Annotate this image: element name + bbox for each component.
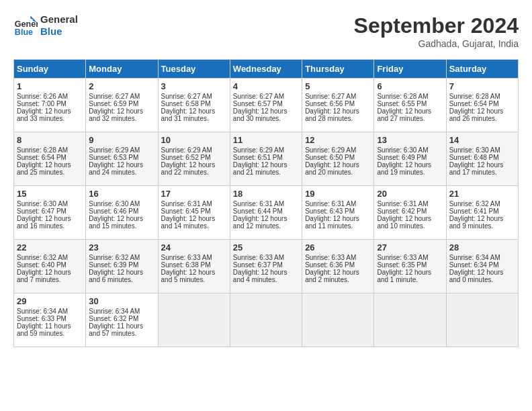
day-info: Daylight: 12 hours	[161, 215, 227, 222]
header-day-saturday: Saturday	[446, 60, 518, 79]
day-info: Sunrise: 6:32 AM	[89, 254, 154, 261]
day-number: 10	[161, 135, 227, 145]
day-info: Sunrise: 6:27 AM	[233, 93, 299, 100]
day-info: Sunrise: 6:32 AM	[17, 254, 83, 261]
day-info: Sunset: 6:43 PM	[305, 208, 371, 215]
day-info: Daylight: 12 hours	[233, 215, 299, 222]
day-info: Sunrise: 6:27 AM	[161, 93, 227, 100]
day-number: 2	[89, 81, 154, 91]
day-number: 16	[89, 189, 154, 199]
day-info: Daylight: 11 hours	[89, 322, 154, 330]
day-info: Sunset: 6:46 PM	[89, 208, 154, 215]
day-number: 13	[377, 135, 443, 145]
day-info: and 5 minutes.	[161, 276, 227, 283]
day-info: Sunset: 6:51 PM	[233, 154, 299, 161]
day-info: Daylight: 12 hours	[89, 161, 154, 169]
day-info: Daylight: 12 hours	[305, 215, 371, 222]
day-info: Daylight: 12 hours	[161, 269, 227, 276]
day-info: Sunrise: 6:27 AM	[305, 93, 371, 100]
day-info: Daylight: 12 hours	[233, 269, 299, 276]
calendar-cell: 1Sunrise: 6:26 AMSunset: 7:00 PMDaylight…	[14, 79, 86, 132]
day-info: Sunset: 6:56 PM	[305, 100, 371, 107]
day-info: Sunset: 6:50 PM	[305, 154, 371, 161]
day-info: Sunset: 6:54 PM	[449, 100, 515, 107]
day-info: and 31 minutes.	[161, 115, 227, 122]
calendar-week-2: 8Sunrise: 6:28 AMSunset: 6:54 PMDaylight…	[14, 132, 519, 186]
day-info: Sunrise: 6:30 AM	[377, 146, 443, 154]
header-day-friday: Friday	[374, 60, 446, 79]
day-number: 23	[89, 242, 154, 253]
calendar-cell: 18Sunrise: 6:31 AMSunset: 6:44 PMDayligh…	[230, 186, 302, 240]
calendar-week-3: 15Sunrise: 6:30 AMSunset: 6:47 PMDayligh…	[14, 186, 519, 240]
day-number: 27	[377, 242, 443, 253]
day-number: 9	[89, 135, 154, 145]
day-info: Daylight: 12 hours	[89, 269, 154, 276]
day-info: and 24 minutes.	[89, 169, 154, 176]
calendar-cell: 30Sunrise: 6:34 AMSunset: 6:32 PMDayligh…	[86, 293, 158, 347]
day-info: Sunrise: 6:33 AM	[305, 254, 371, 261]
calendar-cell	[446, 293, 518, 347]
day-info: Sunset: 6:57 PM	[233, 100, 299, 107]
calendar-cell: 19Sunrise: 6:31 AMSunset: 6:43 PMDayligh…	[302, 186, 374, 240]
day-info: Daylight: 12 hours	[305, 161, 371, 169]
day-info: Daylight: 12 hours	[17, 215, 83, 222]
calendar-cell	[230, 293, 302, 347]
day-info: and 0 minutes.	[449, 276, 515, 283]
svg-text:Blue: Blue	[15, 28, 33, 37]
calendar-cell: 14Sunrise: 6:30 AMSunset: 6:48 PMDayligh…	[446, 132, 518, 186]
day-info: Daylight: 12 hours	[89, 215, 154, 222]
day-info: and 9 minutes.	[449, 222, 515, 230]
day-number: 30	[89, 296, 154, 306]
day-info: Daylight: 12 hours	[449, 269, 515, 276]
calendar-cell: 11Sunrise: 6:29 AMSunset: 6:51 PMDayligh…	[230, 132, 302, 186]
calendar-cell: 23Sunrise: 6:32 AMSunset: 6:39 PMDayligh…	[86, 240, 158, 293]
day-info: Daylight: 12 hours	[233, 161, 299, 169]
day-info: Sunrise: 6:27 AM	[89, 93, 154, 100]
day-info: Sunset: 6:33 PM	[17, 315, 83, 322]
logo-icon: General Blue	[13, 13, 38, 38]
day-info: Daylight: 12 hours	[305, 269, 371, 276]
day-info: and 14 minutes.	[161, 222, 227, 230]
calendar-cell: 28Sunrise: 6:34 AMSunset: 6:34 PMDayligh…	[446, 240, 518, 293]
calendar-cell: 15Sunrise: 6:30 AMSunset: 6:47 PMDayligh…	[14, 186, 86, 240]
calendar-cell: 7Sunrise: 6:28 AMSunset: 6:54 PMDaylight…	[446, 79, 518, 132]
day-number: 15	[17, 189, 83, 199]
day-number: 25	[233, 242, 299, 253]
day-info: and 26 minutes.	[449, 115, 515, 122]
day-info: Sunset: 6:38 PM	[161, 261, 227, 269]
day-number: 14	[449, 135, 515, 145]
day-number: 22	[17, 242, 83, 253]
day-number: 7	[449, 81, 515, 91]
day-number: 29	[17, 296, 83, 306]
day-number: 19	[305, 189, 371, 199]
day-info: and 19 minutes.	[377, 169, 443, 176]
day-info: Sunrise: 6:34 AM	[17, 308, 83, 315]
day-info: and 12 minutes.	[233, 222, 299, 230]
day-info: Daylight: 12 hours	[449, 215, 515, 222]
day-info: Sunset: 6:32 PM	[89, 315, 154, 322]
day-info: and 20 minutes.	[305, 169, 371, 176]
calendar-cell: 8Sunrise: 6:28 AMSunset: 6:54 PMDaylight…	[14, 132, 86, 186]
day-info: Sunrise: 6:28 AM	[449, 93, 515, 100]
day-info: and 2 minutes.	[305, 276, 371, 283]
day-info: Daylight: 12 hours	[17, 269, 83, 276]
day-info: Sunrise: 6:34 AM	[89, 308, 154, 315]
day-number: 20	[377, 189, 443, 199]
calendar-cell: 3Sunrise: 6:27 AMSunset: 6:58 PMDaylight…	[158, 79, 230, 132]
day-info: and 27 minutes.	[377, 115, 443, 122]
calendar-cell: 13Sunrise: 6:30 AMSunset: 6:49 PMDayligh…	[374, 132, 446, 186]
day-info: Sunset: 6:42 PM	[377, 208, 443, 215]
day-info: Daylight: 11 hours	[17, 322, 83, 330]
calendar-cell	[302, 293, 374, 347]
day-info: Sunset: 6:39 PM	[89, 261, 154, 269]
calendar-cell: 4Sunrise: 6:27 AMSunset: 6:57 PMDaylight…	[230, 79, 302, 132]
header-day-thursday: Thursday	[302, 60, 374, 79]
day-number: 12	[305, 135, 371, 145]
location-subtitle: Gadhada, Gujarat, India	[354, 38, 519, 49]
day-info: Sunrise: 6:34 AM	[449, 254, 515, 261]
calendar-table: SundayMondayTuesdayWednesdayThursdayFrid…	[13, 59, 519, 347]
calendar-cell: 9Sunrise: 6:29 AMSunset: 6:53 PMDaylight…	[86, 132, 158, 186]
day-info: and 30 minutes.	[233, 115, 299, 122]
day-number: 1	[17, 81, 83, 91]
day-info: Daylight: 12 hours	[161, 161, 227, 169]
